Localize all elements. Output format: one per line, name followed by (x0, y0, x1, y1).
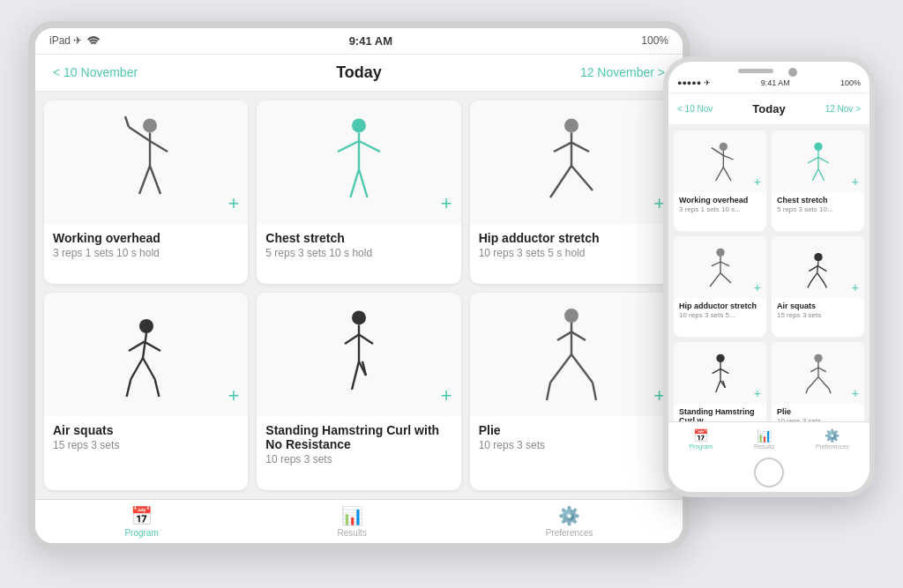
svg-line-16 (571, 142, 589, 151)
tablet-battery: 100% (641, 34, 668, 47)
phone-figure-chest (801, 135, 836, 188)
phone-preferences-icon: ⚙️ (825, 428, 840, 443)
svg-point-68 (716, 354, 724, 361)
tab-preferences[interactable]: ⚙️ Preferences (546, 505, 593, 538)
exercise-image-air-squats: + (44, 293, 248, 416)
svg-line-67 (824, 283, 826, 287)
svg-line-63 (817, 265, 826, 271)
add-icon[interactable]: + (441, 384, 452, 407)
results-icon: 📊 (341, 505, 363, 526)
figure-plie (536, 301, 607, 407)
phone-nav: < 10 Nov Today 12 Nov > (668, 93, 869, 125)
exercise-card-air-squats[interactable]: + Air squats 15 reps 3 sets (44, 293, 248, 490)
figure-hamstring (324, 301, 394, 407)
svg-line-4 (150, 141, 168, 152)
exercise-image-hip-adductor: + (470, 100, 674, 224)
phone-results-icon: 📊 (757, 428, 772, 443)
phone-exercise-detail: 10 reps 3 sets 5... (679, 311, 761, 319)
tablet-prev-button[interactable]: < 10 November (53, 65, 138, 79)
figure-overhead (111, 109, 182, 215)
exercise-info: Working overhead 3 reps 1 sets 10 s hold (44, 224, 248, 268)
svg-point-13 (564, 118, 578, 132)
svg-line-25 (143, 358, 155, 379)
tab-program[interactable]: 📅 Program (124, 505, 158, 538)
exercise-card-plie[interactable]: + Plie 10 reps 3 sets (470, 293, 674, 490)
svg-line-79 (808, 376, 818, 388)
phone-card-air-squats[interactable]: + Air squats 15 reps 3 sets (772, 236, 864, 337)
add-icon[interactable]: + (754, 386, 761, 400)
exercise-card-hamstring-curl[interactable]: + Standing Hamstring Curl with No Resist… (257, 293, 460, 490)
svg-line-23 (131, 358, 143, 379)
svg-point-48 (814, 142, 822, 150)
exercise-info: Air squats 15 reps 3 sets (44, 416, 248, 460)
svg-line-36 (557, 331, 571, 340)
svg-line-17 (550, 166, 571, 197)
wifi-icon (87, 36, 100, 45)
phone-exercise-name: Hip adductor stretch (679, 301, 761, 310)
svg-point-19 (139, 319, 153, 333)
svg-line-50 (808, 157, 818, 163)
tablet-next-button[interactable]: 12 November > (580, 65, 665, 79)
add-icon[interactable]: + (754, 280, 761, 294)
svg-line-38 (550, 354, 571, 383)
svg-line-40 (571, 354, 593, 383)
tablet-status-bar: iPad ✈ 9:41 AM 100% (35, 28, 683, 55)
svg-line-71 (720, 368, 728, 373)
phone-camera (788, 68, 797, 77)
phone-tab-preferences[interactable]: ⚙️ Preferences (816, 428, 849, 450)
exercise-name: Hip adductor stretch (479, 231, 665, 245)
phone-exercise-name: Chest stretch (777, 196, 859, 205)
tab-results-label: Results (338, 528, 367, 538)
tab-results[interactable]: 📊 Results (338, 505, 367, 538)
exercise-card-hip-adductor[interactable]: + Hip adductor stretch 10 reps 3 sets 5 … (470, 100, 674, 284)
exercise-detail: 3 reps 1 sets 10 s hold (53, 247, 239, 259)
add-icon[interactable]: + (754, 175, 761, 189)
svg-point-34 (564, 309, 578, 323)
svg-line-81 (818, 376, 829, 388)
exercise-detail: 10 reps 3 sets (265, 453, 452, 465)
svg-line-64 (810, 272, 817, 282)
add-icon[interactable]: + (852, 175, 859, 189)
svg-line-30 (359, 334, 373, 343)
phone-card-hip-adductor[interactable]: + Hip adductor stretch 10 reps 3 sets 5.… (674, 236, 766, 337)
preferences-icon: ⚙️ (558, 505, 580, 526)
svg-line-65 (808, 283, 810, 287)
phone-image-air-squats: + (772, 236, 864, 298)
add-icon[interactable]: + (441, 192, 452, 215)
phone-signal: ●●●●● ✈ (677, 78, 711, 87)
add-icon[interactable]: + (228, 384, 239, 407)
svg-point-0 (143, 118, 157, 132)
add-icon[interactable]: + (852, 386, 859, 400)
phone-prev-button[interactable]: < 10 Nov (677, 104, 713, 114)
svg-point-60 (814, 253, 822, 261)
svg-line-46 (715, 167, 723, 180)
phone-figure-hip (703, 241, 738, 294)
svg-line-78 (818, 368, 826, 372)
phone-exercise-detail: 3 reps 1 sets 10 s... (679, 205, 761, 213)
phone-tab-program[interactable]: 📅 Program (689, 428, 713, 450)
svg-point-42 (719, 142, 727, 150)
svg-line-3 (125, 116, 129, 127)
phone-card-chest-stretch[interactable]: + Chest stretch 5 reps 3 sets 10... (772, 130, 864, 231)
phone: ●●●●● ✈ 9:41 AM 100% < 10 Nov Today 12 N… (663, 56, 875, 497)
exercise-card-working-overhead[interactable]: + Working overhead 3 reps 1 sets 10 s ho… (44, 100, 248, 284)
phone-exercise-info: Chest stretch 5 reps 3 sets 10... (772, 192, 864, 219)
tab-program-label: Program (124, 528, 158, 538)
add-icon[interactable]: + (228, 192, 239, 215)
add-icon[interactable]: + (852, 280, 859, 294)
exercise-card-chest-stretch[interactable]: + Chest stretch 5 reps 3 sets 10 s hold (257, 100, 460, 284)
phone-card-working-overhead[interactable]: + Working overhead 3 reps 1 sets 10 s... (674, 130, 766, 231)
phone-next-button[interactable]: 12 Nov > (825, 104, 861, 114)
svg-line-56 (712, 262, 720, 266)
exercise-name: Plie (479, 423, 665, 437)
exercise-info: Chest stretch 5 reps 3 sets 10 s hold (257, 224, 460, 268)
exercise-image-working-overhead: + (44, 100, 248, 224)
phone-home-button[interactable] (754, 458, 784, 488)
phone-figure-plie (801, 346, 836, 399)
svg-line-9 (338, 141, 359, 152)
exercise-detail: 15 reps 3 sets (53, 439, 239, 451)
svg-line-37 (571, 331, 586, 340)
svg-line-51 (818, 157, 829, 163)
svg-line-41 (593, 383, 596, 400)
phone-tab-results[interactable]: 📊 Results (754, 428, 774, 450)
